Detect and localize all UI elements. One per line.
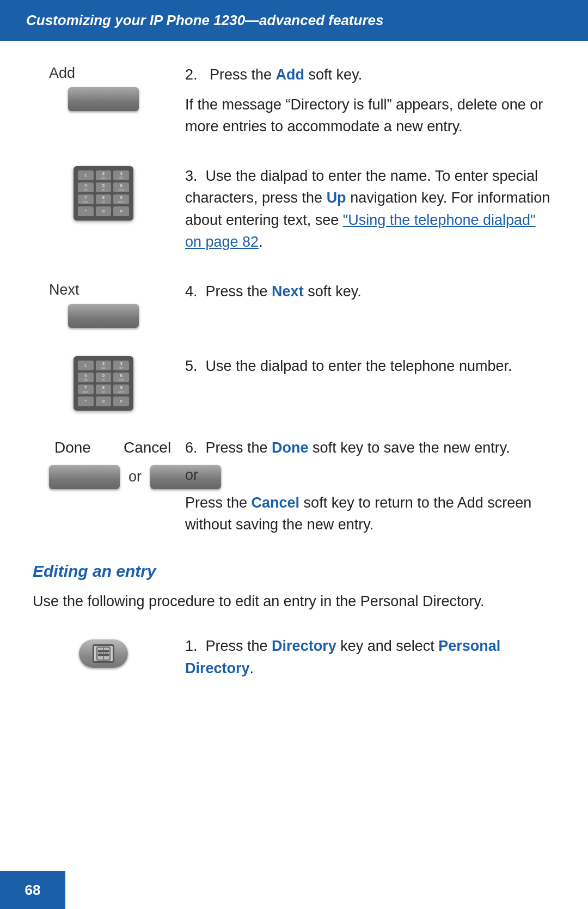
- directory-link[interactable]: Directory: [272, 638, 336, 654]
- add-link[interactable]: Add: [276, 66, 304, 83]
- editing-step-1-left: [33, 634, 174, 668]
- step-6-text: 6. Press the Done soft key to save the n…: [185, 437, 555, 459]
- step-5-number: 5.: [185, 358, 198, 374]
- step-2-after: soft key.: [304, 66, 362, 83]
- step-2-before: Press the: [210, 66, 276, 83]
- dialpad2-key-5: 5jkl: [96, 373, 112, 382]
- step-6-number: 6.: [185, 440, 198, 456]
- add-soft-key-image: [68, 87, 139, 111]
- editing-step-1-text: 1. Press the Directory key and select Pe…: [185, 635, 555, 679]
- step-2-number: 2.: [185, 66, 198, 83]
- dialpad2-key-3: 3def: [113, 361, 129, 370]
- dialpad-key-4: 4ghi: [78, 182, 94, 192]
- step-6-or: or: [185, 464, 555, 486]
- step-2-subtext: If the message “Directory is full” appea…: [185, 94, 555, 138]
- step-4-number: 4.: [185, 283, 198, 300]
- dialpad2-key-6: 6mno: [113, 373, 129, 382]
- dialpad2-key-1: 1: [78, 361, 94, 370]
- dialpad-key-3: 3def: [113, 170, 129, 180]
- step-5-left: 1 2abc 3def 4ghi 5jkl 6mno 7pqrs 8tuv 9w…: [33, 354, 174, 411]
- cancel-label: Cancel: [124, 439, 171, 456]
- dialpad-key-2: 2abc: [96, 170, 112, 180]
- next-soft-key-image: [68, 304, 139, 328]
- or-text-inline: or: [128, 468, 142, 485]
- step-6-row: Done Cancel or 6. Press the Done soft ke…: [33, 437, 555, 536]
- page-header: Customizing your IP Phone 1230—advanced …: [0, 0, 588, 41]
- step-6-left: Done Cancel or: [33, 437, 174, 489]
- page-footer: 68: [0, 871, 65, 909]
- step-4-row: Next 4. Press the Next soft key.: [33, 279, 555, 328]
- dialpad-image-2: 1 2abc 3def 4ghi 5jkl 6mno 7pqrs 8tuv 9w…: [74, 356, 133, 411]
- dialpad-image-1: 1 2abc 3def 4ghi 5jkl 6mno 7pqrs 8tuv 9w…: [74, 166, 133, 221]
- done-link[interactable]: Done: [272, 440, 309, 456]
- step-4-left: Next: [33, 279, 174, 328]
- editing-intro: Use the following procedure to edit an e…: [33, 590, 555, 613]
- dialpad2-key-8: 8tuv: [96, 385, 112, 394]
- step-4-text: 4. Press the Next soft key.: [185, 280, 555, 303]
- dialpad-key-5: 5jkl: [96, 182, 112, 192]
- step-4-right: 4. Press the Next soft key.: [174, 279, 555, 303]
- step-2-text: 2. Press the Add soft key.: [185, 64, 555, 86]
- dialpad2-key-7: 7pqrs: [78, 385, 94, 394]
- up-link[interactable]: Up: [327, 190, 346, 206]
- step-2-row: Add 2. Press the Add soft key. If the me…: [33, 63, 555, 138]
- editing-heading: Editing an entry: [33, 562, 555, 581]
- dialpad-reference-link[interactable]: "Using the telephone dialpad" on page 82: [185, 212, 536, 251]
- step-5-text: 5. Use the dialpad to enter the telephon…: [185, 355, 555, 377]
- step-3-row: 1 2abc 3def 4ghi 5jkl 6mno 7pqrs 8tuv 9w…: [33, 164, 555, 253]
- book-svg: [95, 646, 112, 661]
- done-cancel-labels: Done Cancel: [54, 439, 171, 456]
- editing-step-1-right: 1. Press the Directory key and select Pe…: [174, 634, 555, 679]
- editing-step-1-number: 1.: [185, 638, 198, 654]
- directory-book-icon: [93, 644, 114, 663]
- next-link[interactable]: Next: [272, 283, 304, 300]
- page-number: 68: [25, 882, 41, 899]
- dialpad-key-6: 6mno: [113, 182, 129, 192]
- header-title: Customizing your IP Phone 1230—advanced …: [26, 12, 383, 28]
- dialpad2-key-4: 4ghi: [78, 373, 94, 382]
- add-label: Add: [49, 65, 75, 82]
- dialpad2-key-hash: #: [113, 396, 129, 406]
- dialpad-key-9: 9wxyz: [113, 194, 129, 204]
- done-soft-key-image: [49, 465, 120, 489]
- dialpad-key-0: 0: [96, 206, 112, 216]
- dialpad2-key-9: 9wxyz: [113, 385, 129, 394]
- step-6-cancel-text: Press the Cancel soft key to return to t…: [185, 492, 555, 536]
- step-3-right: 3. Use the dialpad to enter the name. To…: [174, 164, 555, 253]
- step-6-right: 6. Press the Done soft key to save the n…: [174, 437, 555, 536]
- dialpad-key-7: 7pqrs: [78, 194, 94, 204]
- dialpad-key-hash: #: [113, 206, 129, 216]
- main-content: Add 2. Press the Add soft key. If the me…: [0, 41, 588, 760]
- step-3-text: 3. Use the dialpad to enter the name. To…: [185, 165, 555, 253]
- done-label: Done: [54, 439, 91, 456]
- step-2-left: Add: [33, 63, 174, 111]
- step-3-left: 1 2abc 3def 4ghi 5jkl 6mno 7pqrs 8tuv 9w…: [33, 164, 174, 221]
- dialpad-key-1: 1: [78, 170, 94, 180]
- next-label: Next: [49, 282, 79, 298]
- step-5-right: 5. Use the dialpad to enter the telephon…: [174, 354, 555, 377]
- editing-section: Editing an entry Use the following proce…: [33, 562, 555, 680]
- directory-key-image: [79, 639, 128, 668]
- dialpad-key-star: *: [78, 206, 94, 216]
- dialpad-key-8: 8tuv: [96, 194, 112, 204]
- step-3-number: 3.: [185, 168, 198, 184]
- dialpad2-key-2: 2abc: [96, 361, 112, 370]
- dialpad2-key-star: *: [78, 396, 94, 406]
- editing-step-1-row: 1. Press the Directory key and select Pe…: [33, 634, 555, 679]
- step-5-row: 1 2abc 3def 4ghi 5jkl 6mno 7pqrs 8tuv 9w…: [33, 354, 555, 411]
- cancel-link[interactable]: Cancel: [252, 495, 300, 511]
- step-2-right: 2. Press the Add soft key. If the messag…: [174, 63, 555, 138]
- dialpad2-key-0: 0: [96, 396, 112, 406]
